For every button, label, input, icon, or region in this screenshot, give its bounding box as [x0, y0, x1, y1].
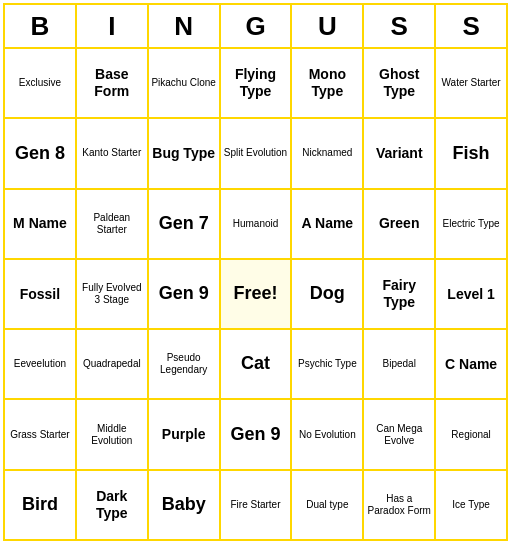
header-B: B	[5, 5, 77, 47]
cell-3-2: Gen 9	[149, 260, 221, 328]
cell-0-0: Exclusive	[5, 49, 77, 117]
cell-1-5: Variant	[364, 119, 436, 187]
header-S: S	[364, 5, 436, 47]
cell-0-1: Base Form	[77, 49, 149, 117]
grid-row-0: ExclusiveBase FormPikachu CloneFlying Ty…	[5, 49, 506, 119]
cell-1-6: Fish	[436, 119, 506, 187]
grid-row-5: Grass StarterMiddle EvolutionPurpleGen 9…	[5, 400, 506, 470]
cell-5-6: Regional	[436, 400, 506, 468]
cell-3-6: Level 1	[436, 260, 506, 328]
cell-2-1: Paldean Starter	[77, 190, 149, 258]
cell-5-4: No Evolution	[292, 400, 364, 468]
cell-1-0: Gen 8	[5, 119, 77, 187]
cell-6-3: Fire Starter	[221, 471, 293, 539]
cell-6-4: Dual type	[292, 471, 364, 539]
cell-5-2: Purple	[149, 400, 221, 468]
cell-2-2: Gen 7	[149, 190, 221, 258]
cell-3-1: Fully Evolved 3 Stage	[77, 260, 149, 328]
cell-6-6: Ice Type	[436, 471, 506, 539]
grid-row-3: FossilFully Evolved 3 StageGen 9Free!Dog…	[5, 260, 506, 330]
header-N: N	[149, 5, 221, 47]
cell-4-0: Eeveelution	[5, 330, 77, 398]
cell-3-0: Fossil	[5, 260, 77, 328]
cell-0-5: Ghost Type	[364, 49, 436, 117]
cell-2-4: A Name	[292, 190, 364, 258]
header-U: U	[292, 5, 364, 47]
cell-0-4: Mono Type	[292, 49, 364, 117]
cell-1-3: Split Evolution	[221, 119, 293, 187]
cell-1-4: Nicknamed	[292, 119, 364, 187]
cell-5-0: Grass Starter	[5, 400, 77, 468]
header-S: S	[436, 5, 506, 47]
cell-1-1: Kanto Starter	[77, 119, 149, 187]
cell-4-4: Psychic Type	[292, 330, 364, 398]
grid-row-2: M NamePaldean StarterGen 7HumanoidA Name…	[5, 190, 506, 260]
cell-4-5: Bipedal	[364, 330, 436, 398]
cell-6-1: Dark Type	[77, 471, 149, 539]
cell-6-0: Bird	[5, 471, 77, 539]
cell-3-5: Fairy Type	[364, 260, 436, 328]
cell-4-3: Cat	[221, 330, 293, 398]
cell-3-4: Dog	[292, 260, 364, 328]
cell-4-6: C Name	[436, 330, 506, 398]
cell-2-5: Green	[364, 190, 436, 258]
cell-5-3: Gen 9	[221, 400, 293, 468]
cell-5-1: Middle Evolution	[77, 400, 149, 468]
grid-row-1: Gen 8Kanto StarterBug TypeSplit Evolutio…	[5, 119, 506, 189]
cell-4-1: Quadrapedal	[77, 330, 149, 398]
cell-2-6: Electric Type	[436, 190, 506, 258]
cell-2-0: M Name	[5, 190, 77, 258]
cell-6-2: Baby	[149, 471, 221, 539]
cell-4-2: Pseudo Legendary	[149, 330, 221, 398]
cell-0-2: Pikachu Clone	[149, 49, 221, 117]
cell-5-5: Can Mega Evolve	[364, 400, 436, 468]
cell-0-3: Flying Type	[221, 49, 293, 117]
cell-2-3: Humanoid	[221, 190, 293, 258]
grid-row-4: EeveelutionQuadrapedalPseudo LegendaryCa…	[5, 330, 506, 400]
header-G: G	[221, 5, 293, 47]
header-I: I	[77, 5, 149, 47]
bingo-card: BINGUSS ExclusiveBase FormPikachu CloneF…	[3, 3, 508, 541]
header-row: BINGUSS	[5, 5, 506, 49]
cell-0-6: Water Starter	[436, 49, 506, 117]
grid-row-6: BirdDark TypeBabyFire StarterDual typeHa…	[5, 471, 506, 539]
grid: ExclusiveBase FormPikachu CloneFlying Ty…	[5, 49, 506, 539]
cell-6-5: Has a Paradox Form	[364, 471, 436, 539]
cell-1-2: Bug Type	[149, 119, 221, 187]
cell-3-3: Free!	[221, 260, 293, 328]
